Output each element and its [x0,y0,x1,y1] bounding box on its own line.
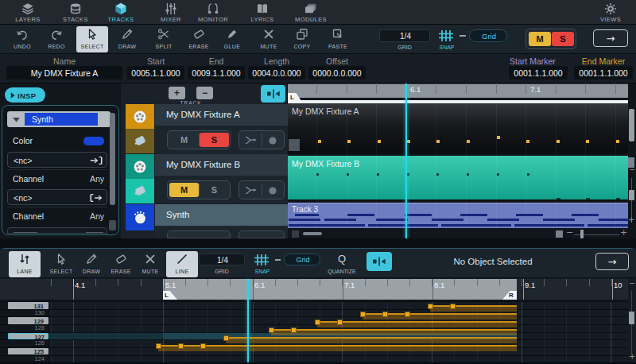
v-zoom-thumb[interactable] [629,190,634,200]
midi-note[interactable] [514,224,584,227]
automation-handle[interactable] [315,319,320,325]
v-zoom-plus[interactable]: + [628,215,635,225]
tool-copy-button[interactable]: COPY [286,26,318,52]
remove-track-button[interactable]: − [196,87,213,99]
midi-note[interactable] [599,219,628,221]
v-scroll-thumb[interactable] [629,109,634,141]
inspector-row-routing-3[interactable]: <nc> [7,189,107,205]
grid-value-box[interactable]: 1/4 [379,29,430,42]
inspector-row-routing-1[interactable]: <nc> [7,152,107,168]
zoom-plus[interactable]: + [620,227,628,237]
dmx-event-tick[interactable] [616,198,620,199]
tool-erase-button[interactable]: ERASE [105,251,137,277]
field-value-end[interactable]: 0009.1.1.000 [188,66,245,79]
row-label-chip-125[interactable]: 125 [8,348,48,355]
editor-grid[interactable]: 131130129128127126125124 [0,301,628,362]
track-color-cell-b2[interactable] [126,179,154,203]
midi-note[interactable] [289,224,365,227]
editor-snap-toggle-button[interactable] [253,253,272,267]
track-name-row-b[interactable]: My DMX Fixture B [155,154,288,176]
dmx-event-dot[interactable] [436,173,439,176]
midi-note[interactable] [405,214,432,216]
automation-handle[interactable] [405,312,410,317]
h-scroll-square[interactable] [292,230,299,238]
color-swatch[interactable] [83,137,104,145]
tool-mute-button[interactable]: MUTE [134,251,166,277]
midi-note[interactable] [441,224,511,227]
editor-ruler[interactable]: 4.15.16.17.18.19.110LR [0,279,628,300]
clip-handle[interactable] [289,139,300,151]
midi-note[interactable] [368,224,438,227]
nav-tab-layers[interactable]: LAYERS [6,1,50,24]
dmx-event-dot[interactable] [436,140,440,143]
midi-note[interactable] [347,214,374,216]
field-value-start[interactable]: 0005.1.1.000 [127,66,184,79]
tool-mute-button[interactable]: MUTE [253,26,285,52]
midi-note[interactable] [289,219,320,221]
track-mute-button[interactable]: M [169,183,199,197]
tool-glue-button[interactable]: GLUE [216,26,248,52]
automation-lane-row-126[interactable] [158,345,517,351]
arrangement-ruler[interactable] [288,83,628,98]
track-color-cell-a1[interactable] [126,104,154,129]
editor-zoom-plus[interactable]: + [629,352,636,362]
automation-handle[interactable] [291,327,297,333]
automation-lane-row-131[interactable] [430,305,517,312]
editor-v-thumb[interactable] [629,312,634,324]
automation-handle[interactable] [223,335,229,341]
automation-handle[interactable] [178,343,184,349]
tool-select-button[interactable]: SELECT [45,251,77,277]
midi-note[interactable] [543,219,575,221]
nav-tab-mixer[interactable]: MIXER [149,1,193,24]
automation-handle[interactable] [428,304,433,309]
zoom-thumb[interactable] [580,230,584,238]
tool-split-button[interactable]: SPLIT [148,26,180,52]
editor-follow-playhead-button[interactable] [366,252,392,271]
toolbar-more-button[interactable]: → [593,29,628,47]
midi-note[interactable] [295,214,319,216]
start-marker-value[interactable]: 0001.1.1.000 [509,66,568,79]
track-solo-button[interactable]: S [200,183,229,197]
dmx-event-dot[interactable] [347,140,351,143]
dmx-event-dot[interactable] [467,173,469,176]
midi-note[interactable] [376,219,408,221]
automation-lane-row-127[interactable] [226,337,517,343]
editor-playhead[interactable] [247,279,249,362]
track-color-cell-b1[interactable] [126,154,154,179]
v-zoom-minus[interactable]: − [629,165,636,175]
dmx-event-dot[interactable] [377,173,379,176]
track-mute-button[interactable]: M [169,133,199,147]
nav-tab-lyrics[interactable]: LYRICS [240,1,285,24]
field-value-name[interactable]: My DMX Fixture A [6,66,122,79]
clip-midi-track3[interactable]: Track 3 [288,203,628,228]
midi-note[interactable] [516,214,543,216]
tool-paste-button[interactable]: PASTE [322,26,354,52]
row-label-chip-131[interactable]: 131 [8,302,48,309]
add-track-button[interactable]: + [169,87,185,99]
tool-draw-button[interactable]: DRAW [111,26,143,52]
dmx-event-dot[interactable] [527,173,529,176]
playhead[interactable] [405,83,407,238]
dmx-event-dot[interactable] [616,140,619,143]
dmx-event-dot[interactable] [556,140,560,143]
inspector-toggle-button[interactable]: INSP [5,87,45,103]
automation-lane-row-129[interactable] [317,321,517,327]
dmx-event-dot[interactable] [318,140,321,143]
dmx-event-dot[interactable] [407,173,409,176]
master-mute-button[interactable]: M [529,32,551,46]
automation-handle[interactable] [360,312,366,317]
nav-tab-modules[interactable]: MODULES [289,1,333,24]
tool-line-button[interactable]: LINE [166,251,198,277]
snap-toggle-button[interactable] [437,29,456,43]
clip-dmx-b[interactable]: My DMX Fixture B [288,156,628,201]
master-solo-button[interactable]: S [552,32,574,46]
tool-draw-button[interactable]: DRAW [76,251,107,277]
dmx-event-dot[interactable] [407,140,410,143]
track-name-row-synth[interactable]: Synth [155,204,288,226]
automation-handle[interactable] [337,319,343,325]
track-name-row-a[interactable]: My DMX Fixture A [155,104,288,126]
track-color-cell-synth[interactable] [126,204,154,230]
dmx-event-dot[interactable] [467,140,470,143]
track-solo-button[interactable]: S [200,133,229,147]
row-label-chip-127[interactable]: 127 [8,333,48,340]
